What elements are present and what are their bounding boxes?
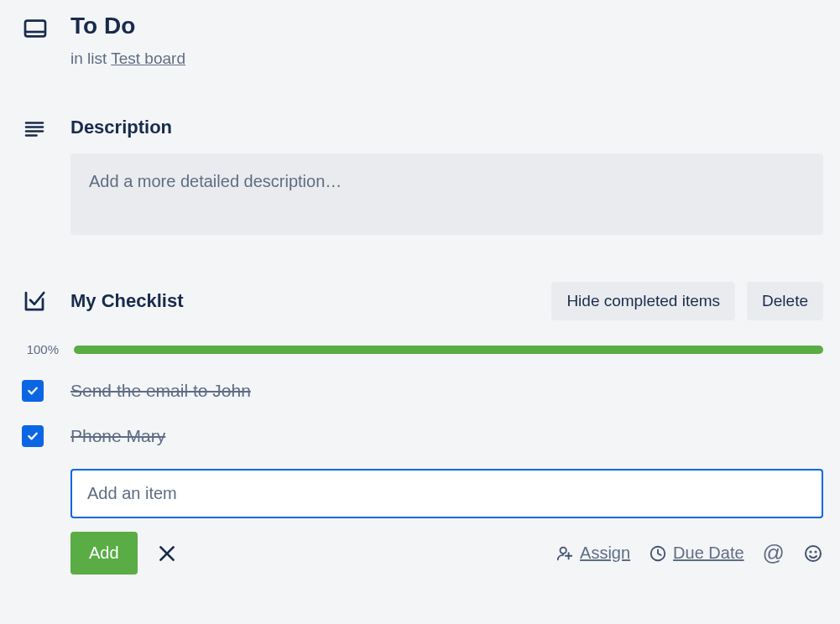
- card-list-location: in list Test board: [70, 49, 823, 68]
- add-button[interactable]: Add: [70, 532, 138, 575]
- checklist-item-label[interactable]: Phone Mary: [70, 426, 165, 446]
- svg-point-14: [815, 551, 816, 552]
- description-heading: Description: [70, 117, 823, 138]
- checklist-title[interactable]: My Checklist: [70, 290, 540, 312]
- mention-icon[interactable]: @: [763, 540, 785, 566]
- checklist-icon: [22, 289, 47, 314]
- checkbox-checked[interactable]: [22, 425, 44, 447]
- checklist-item[interactable]: Phone Mary: [17, 425, 823, 447]
- delete-checklist-button[interactable]: Delete: [747, 282, 823, 320]
- svg-point-13: [810, 551, 811, 552]
- assign-button[interactable]: Assign: [556, 543, 630, 563]
- card-title[interactable]: To Do: [70, 13, 823, 39]
- description-input[interactable]: Add a more detailed description…: [70, 153, 823, 235]
- clock-icon: [649, 544, 667, 563]
- list-link[interactable]: Test board: [111, 49, 185, 67]
- checklist-item-label[interactable]: Send the email to John: [70, 381, 251, 401]
- progress-bar: [74, 346, 823, 354]
- emoji-icon[interactable]: [803, 543, 823, 564]
- card-icon: [22, 15, 49, 42]
- progress-percent: 100%: [17, 342, 59, 356]
- description-icon: [22, 117, 47, 142]
- hide-completed-button[interactable]: Hide completed items: [551, 282, 735, 320]
- add-item-input[interactable]: [70, 469, 823, 518]
- assign-icon: [556, 544, 574, 563]
- due-date-button[interactable]: Due Date: [649, 543, 744, 563]
- svg-rect-0: [25, 21, 45, 37]
- checklist-item[interactable]: Send the email to John: [17, 380, 823, 402]
- close-icon[interactable]: [156, 543, 178, 564]
- svg-point-12: [806, 546, 821, 561]
- checkbox-checked[interactable]: [22, 380, 44, 402]
- svg-point-8: [561, 547, 566, 553]
